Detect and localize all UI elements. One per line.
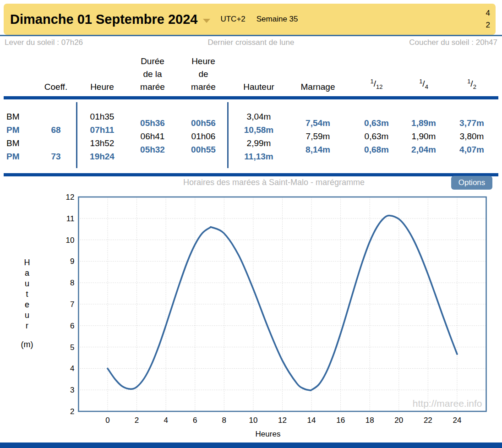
column-header-hauteur: Hauteur	[227, 81, 291, 93]
x-tick-label: 0	[105, 416, 109, 425]
table-cell-hauteur: 2,99m	[227, 138, 291, 149]
timezone-label[interactable]: UTC+2	[220, 15, 245, 24]
tide-table-body: BM01h353,04mPM6807h1110,58mBM13h522,99mP…	[0, 99, 502, 171]
x-tick-label: 8	[222, 416, 226, 425]
table-divider-bottom	[4, 173, 498, 176]
y-tick-label: 8	[70, 279, 74, 287]
y-tick-label: 4	[70, 364, 74, 373]
x-tick-label: 6	[193, 416, 197, 425]
y-tick-label: 3	[70, 386, 74, 394]
day-header: Dimanche 01 Septembre 2024 UTC+2 Semaine…	[4, 4, 496, 35]
x-tick-label: 20	[394, 416, 403, 425]
table-cell-marnage: 7,59m	[286, 131, 350, 142]
table-cell-hauteur: 11,13m	[227, 151, 291, 162]
y-tick-label: 11	[66, 214, 75, 223]
next-day-separator	[0, 443, 502, 448]
y-tick-label: 12	[65, 193, 74, 202]
tide-table-header: Coeff.HeureDurée de la maréeHeure de mar…	[0, 53, 502, 94]
x-tick-label: 2	[135, 416, 139, 425]
chart-title: Horaires des marées à Saint-Malo - marég…	[69, 178, 479, 187]
y-tick-label: 9	[70, 257, 74, 266]
header-right-values: 4 2	[486, 7, 491, 31]
column-header-marnage: Marnage	[286, 81, 350, 93]
header-underline	[0, 35, 502, 36]
header-right-line-2: 2	[486, 19, 490, 31]
x-tick-label: 18	[366, 416, 374, 425]
y-tick-label: 7	[70, 300, 74, 309]
x-tick-label: 4	[164, 416, 168, 425]
watermark: http://maree.info	[413, 398, 482, 409]
table-cell-marnage: 7,54m	[286, 118, 350, 129]
table-cell-f2: 3,80m	[440, 131, 502, 142]
y-tick-label: 6	[70, 322, 74, 330]
options-button[interactable]: Options	[451, 176, 492, 190]
week-label: Semaine 35	[256, 15, 298, 24]
sun-info-row: Dernier croissant de lune Lever du solei…	[0, 38, 502, 48]
table-cell-heure_maree: 01h06	[171, 131, 235, 142]
x-tick-label: 24	[453, 416, 461, 425]
table-divider-top	[4, 96, 498, 99]
table-cell-heure_maree: 00h55	[171, 144, 235, 155]
table-cell-hauteur: 3,04m	[227, 111, 291, 122]
y-tick-label: 2	[70, 407, 74, 416]
table-cell-f2: 3,77m	[440, 118, 502, 129]
tide-chart: http://maree.info23456789101112024681012…	[0, 190, 502, 442]
x-tick-label: 16	[336, 416, 345, 425]
sunrise-label: Lever du soleil : 07h26	[5, 38, 83, 47]
x-tick-label: 10	[249, 416, 257, 425]
x-axis-title: Heures	[256, 430, 281, 438]
table-cell-type: BM	[6, 138, 38, 149]
x-tick-label: 14	[307, 416, 316, 425]
header-right-line-1: 4	[486, 7, 490, 19]
y-tick-label: 5	[70, 343, 74, 352]
x-tick-label: 22	[424, 416, 432, 425]
column-header-f2: 1/2	[440, 75, 502, 93]
table-cell-type: BM	[6, 111, 38, 122]
table-cell-heure_maree: 00h56	[171, 118, 235, 129]
table-cell-hauteur: 10,58m	[227, 125, 291, 136]
page-title: Dimanche 01 Septembre 2024	[10, 12, 197, 27]
table-cell-f2: 4,07m	[440, 144, 502, 155]
sunset-label: Coucher du soleil : 20h47	[409, 38, 497, 47]
table-cell-marnage: 8,14m	[286, 144, 350, 155]
y-tick-label: 10	[65, 236, 74, 245]
column-header-heure_maree: Heure de marée	[171, 55, 235, 93]
x-tick-label: 12	[278, 416, 287, 425]
chevron-down-icon[interactable]	[203, 19, 210, 23]
